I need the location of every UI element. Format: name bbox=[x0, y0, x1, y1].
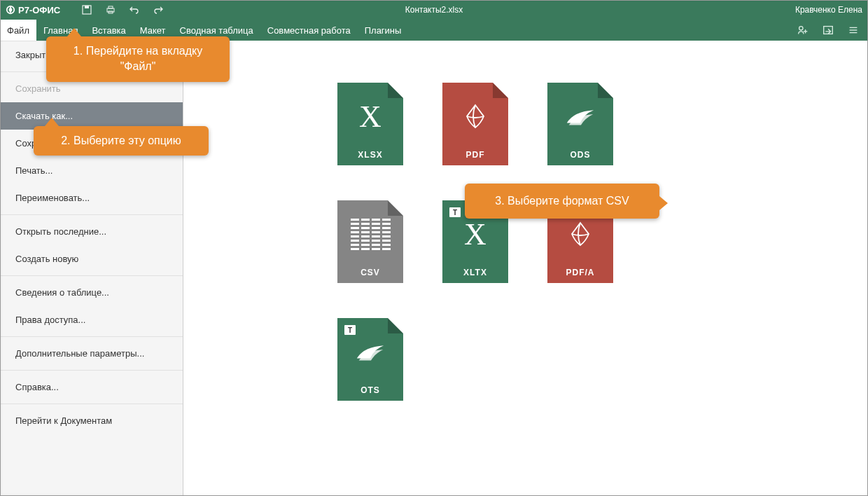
format-label: ODS bbox=[570, 150, 590, 160]
username-label[interactable]: Кравченко Елена bbox=[795, 5, 862, 15]
xlsx-icon: X bbox=[359, 83, 382, 150]
tab-collaboration[interactable]: Совместная работа bbox=[260, 20, 358, 41]
file-corner-icon bbox=[388, 318, 403, 333]
file-item-advanced[interactable]: Дополнительные параметры... bbox=[0, 340, 183, 367]
format-tile-csv[interactable]: CSV bbox=[337, 200, 403, 283]
app-logo: Р7-ОФИС bbox=[6, 5, 60, 15]
file-item-info[interactable]: Сведения о таблице... bbox=[0, 279, 183, 306]
format-selection-area: X XLSX PDF ODS bbox=[183, 41, 868, 496]
format-label: OTS bbox=[360, 385, 380, 395]
undo-icon[interactable] bbox=[129, 4, 140, 15]
callout-arrow-icon bbox=[67, 28, 81, 36]
file-corner-icon bbox=[493, 83, 508, 98]
callout-text: 3. Выберите формат CSV bbox=[495, 195, 629, 207]
tab-plugins[interactable]: Плагины bbox=[358, 20, 409, 41]
format-tile-xlsx[interactable]: X XLSX bbox=[337, 83, 403, 165]
format-label: XLTX bbox=[463, 268, 487, 277]
file-item-access[interactable]: Права доступа... bbox=[0, 306, 183, 333]
file-item-rename[interactable]: Переименовать... bbox=[0, 184, 183, 212]
template-badge: T bbox=[344, 325, 356, 335]
format-tile-ots[interactable]: T OTS bbox=[337, 318, 403, 401]
format-label: CSV bbox=[360, 268, 380, 277]
format-label: PDF bbox=[466, 150, 485, 160]
ods-icon bbox=[564, 83, 597, 150]
callout-arrow-icon bbox=[659, 196, 668, 210]
svg-rect-4 bbox=[108, 6, 113, 8]
divider bbox=[0, 404, 183, 404]
quick-access-toolbar bbox=[81, 4, 164, 15]
ots-icon bbox=[354, 318, 387, 385]
open-location-icon[interactable] bbox=[822, 24, 834, 36]
svg-rect-2 bbox=[85, 6, 89, 8]
template-badge: T bbox=[449, 207, 461, 217]
callout-arrow-icon bbox=[45, 118, 59, 126]
share-icon[interactable] bbox=[797, 24, 809, 36]
title-bar: Р7-ОФИС Контакты2.xlsx Кравченко Елена bbox=[0, 0, 868, 20]
tab-file[interactable]: Файл bbox=[0, 20, 36, 41]
callout-step-2: 2. Выберите эту опцию bbox=[34, 126, 209, 156]
divider bbox=[0, 336, 183, 337]
print-icon[interactable] bbox=[105, 4, 116, 15]
divider bbox=[0, 275, 183, 276]
file-item-goto-documents[interactable]: Перейти к Документам bbox=[0, 407, 183, 434]
file-corner-icon bbox=[598, 83, 613, 98]
file-menu-sidebar: Закрыть меню Сохранить Скачать как... Со… bbox=[0, 41, 183, 496]
menu-hamburger-icon[interactable] bbox=[847, 24, 860, 36]
callout-text: 2. Выберите эту опцию bbox=[61, 135, 181, 146]
redo-icon[interactable] bbox=[153, 4, 164, 15]
format-label: PDF/A bbox=[566, 268, 595, 277]
file-corner-icon bbox=[388, 83, 403, 98]
menu-right-controls bbox=[797, 20, 868, 41]
file-item-create-new[interactable]: Создать новую bbox=[0, 245, 183, 273]
file-item-help[interactable]: Справка... bbox=[0, 373, 183, 401]
csv-icon bbox=[351, 200, 391, 268]
logo-icon bbox=[6, 5, 15, 15]
callout-step-3: 3. Выберите формат CSV bbox=[465, 184, 659, 219]
app-name: Р7-ОФИС bbox=[18, 5, 60, 15]
format-tile-pdf[interactable]: PDF bbox=[442, 83, 508, 165]
save-icon[interactable] bbox=[81, 4, 92, 15]
file-corner-icon bbox=[388, 200, 403, 216]
format-tile-ods[interactable]: ODS bbox=[547, 83, 613, 165]
svg-rect-9 bbox=[824, 27, 833, 34]
svg-point-6 bbox=[799, 27, 803, 30]
divider bbox=[0, 214, 183, 215]
callout-text: 1. Перейдите на вкладку "Файл" bbox=[74, 45, 202, 72]
file-item-print[interactable]: Печать... bbox=[0, 157, 183, 184]
pdf-icon bbox=[461, 83, 489, 150]
document-title: Контакты2.xlsx bbox=[405, 5, 463, 15]
callout-step-1: 1. Перейдите на вкладку "Файл" bbox=[46, 36, 230, 82]
file-item-open-recent[interactable]: Открыть последние... bbox=[0, 218, 183, 245]
divider bbox=[0, 370, 183, 371]
format-label: XLSX bbox=[358, 150, 382, 160]
